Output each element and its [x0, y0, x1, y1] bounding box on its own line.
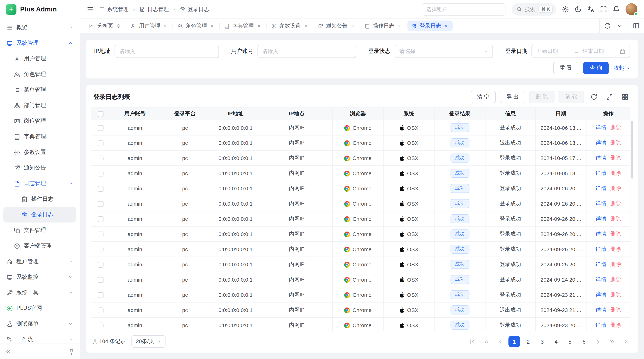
detail-link[interactable]: 详情	[596, 170, 606, 176]
row-checkbox[interactable]	[98, 231, 103, 237]
sidebar-item-dept-mgmt[interactable]: 部门管理	[3, 98, 76, 113]
page-button-1[interactable]: 1	[508, 336, 520, 347]
detail-link[interactable]: 详情	[596, 276, 606, 282]
breadcrumb-item[interactable]: 系统管理	[100, 5, 128, 13]
page-size-select[interactable]: 20条/页	[132, 336, 166, 348]
delete-link[interactable]: 删除	[610, 185, 621, 191]
collapse-sidebar-icon[interactable]	[5, 348, 12, 355]
delete-link[interactable]: 删除	[610, 215, 621, 222]
layout-panel-icon[interactable]	[628, 19, 644, 33]
detail-link[interactable]: 详情	[596, 322, 606, 328]
table-scrollbar[interactable]	[631, 121, 634, 178]
fullscreen-table-icon[interactable]	[604, 91, 615, 103]
ip-address-input[interactable]	[114, 45, 219, 58]
pin-sidebar-icon[interactable]	[68, 348, 75, 355]
tab-notice[interactable]: 通知公告	[313, 19, 360, 33]
row-checkbox[interactable]	[98, 156, 103, 161]
user-avatar[interactable]	[626, 3, 638, 15]
sidebar-item-workflow[interactable]: 工作流	[3, 332, 76, 344]
page-button-4[interactable]: 4	[550, 336, 562, 347]
login-date-range[interactable]: 开始日期 → 结束日期	[532, 45, 630, 58]
sidebar-item-overview[interactable]: 概览	[3, 20, 76, 35]
close-tab-icon[interactable]	[444, 23, 448, 28]
sidebar-item-role-mgmt[interactable]: 角色管理	[3, 66, 76, 82]
delete-link[interactable]: 删除	[610, 276, 621, 282]
sidebar-item-system-tools[interactable]: 系统工具	[3, 285, 76, 300]
page-button-3[interactable]: 3	[536, 336, 548, 347]
close-tab-icon[interactable]	[304, 23, 308, 28]
detail-link[interactable]: 详情	[596, 124, 606, 130]
row-checkbox[interactable]	[98, 262, 103, 268]
sidebar-item-tenant-mgmt[interactable]: 租户管理	[3, 254, 76, 269]
delete-link[interactable]: 删除	[610, 124, 621, 130]
detail-link[interactable]: 详情	[596, 185, 606, 191]
row-checkbox[interactable]	[98, 186, 103, 192]
settings-gear-icon[interactable]	[562, 6, 569, 13]
sidebar-item-system-mgmt[interactable]: 系统管理	[3, 35, 76, 51]
refresh-page-icon[interactable]	[601, 20, 614, 32]
delete-link[interactable]: 删除	[610, 291, 621, 298]
tab-options-chevron-icon[interactable]	[614, 20, 626, 32]
delete-link[interactable]: 删除	[610, 231, 621, 237]
close-tab-icon[interactable]	[350, 23, 355, 28]
delete-link[interactable]: 删除	[610, 246, 621, 252]
refresh-table-icon[interactable]	[588, 91, 600, 103]
sidebar-item-file-mgmt[interactable]: 文件管理	[3, 222, 76, 238]
sidebar-item-user-mgmt[interactable]: 用户管理	[3, 51, 76, 66]
page-button-5[interactable]: 5	[564, 336, 576, 347]
next-page-button[interactable]	[592, 336, 604, 347]
prev-page-button[interactable]	[494, 336, 506, 347]
jump-forward-button[interactable]	[606, 336, 618, 347]
close-tab-icon[interactable]	[257, 23, 261, 28]
sidebar-item-param-settings[interactable]: 参数设置	[3, 144, 76, 160]
page-button-2[interactable]: 2	[522, 336, 534, 347]
reset-button[interactable]: 重 置	[553, 62, 578, 74]
last-page-button[interactable]	[620, 336, 632, 347]
sidebar-item-client-mgmt[interactable]: 客户端管理	[3, 238, 76, 254]
dark-mode-moon-icon[interactable]	[574, 6, 582, 13]
clear-button[interactable]: 清 空	[470, 91, 496, 103]
row-checkbox[interactable]	[98, 307, 103, 313]
column-settings-icon[interactable]	[619, 91, 631, 103]
detail-link[interactable]: 详情	[596, 231, 606, 237]
detail-link[interactable]: 详情	[596, 246, 606, 252]
breadcrumb-item[interactable]: 日志管理	[140, 5, 169, 13]
delete-link[interactable]: 删除	[610, 200, 621, 206]
close-tab-icon[interactable]	[397, 23, 402, 28]
jump-back-button[interactable]	[480, 336, 492, 347]
sidebar-item-operation-log[interactable]: 操作日志	[3, 191, 76, 207]
row-checkbox[interactable]	[98, 247, 103, 252]
select-all-checkbox[interactable]	[98, 111, 103, 117]
row-checkbox[interactable]	[98, 171, 103, 176]
tab-role-mgmt[interactable]: 角色管理	[172, 19, 219, 33]
tab-operation-log[interactable]: 操作日志	[360, 19, 406, 33]
sidebar-item-post-mgmt[interactable]: 岗位管理	[3, 113, 76, 129]
row-checkbox[interactable]	[98, 216, 103, 222]
sidebar-item-login-log[interactable]: 登录日志	[3, 207, 76, 222]
delete-link[interactable]: 删除	[610, 322, 621, 328]
sidebar-item-notice[interactable]: 通知公告	[3, 160, 76, 176]
row-checkbox[interactable]	[98, 292, 103, 298]
tab-param-settings[interactable]: 参数设置	[266, 19, 313, 33]
delete-link[interactable]: 删除	[610, 155, 621, 161]
user-account-input[interactable]	[258, 45, 356, 58]
delete-link[interactable]: 删除	[610, 307, 621, 313]
breadcrumb-item[interactable]: 登录日志	[180, 5, 209, 13]
detail-link[interactable]: 详情	[596, 155, 606, 161]
row-checkbox[interactable]	[98, 125, 103, 131]
first-page-button[interactable]	[466, 336, 478, 347]
detail-link[interactable]: 详情	[596, 291, 606, 298]
row-checkbox[interactable]	[98, 323, 103, 328]
detail-link[interactable]: 详情	[596, 140, 606, 146]
detail-link[interactable]: 详情	[596, 307, 606, 313]
close-tab-icon[interactable]	[210, 23, 214, 28]
row-checkbox[interactable]	[98, 201, 103, 207]
sidebar-item-log-mgmt[interactable]: 日志管理	[3, 176, 76, 191]
tenant-select-input[interactable]	[422, 3, 506, 15]
sidebar-item-plus-site[interactable]: PLUS官网	[3, 301, 76, 316]
delete-link[interactable]: 删除	[610, 261, 621, 267]
app-logo[interactable]: + Plus Admin	[0, 0, 80, 19]
notifications-bell-icon[interactable]	[613, 6, 620, 13]
collapse-filter-link[interactable]: 收起	[614, 64, 630, 72]
login-status-select[interactable]: 请选择	[394, 45, 493, 58]
